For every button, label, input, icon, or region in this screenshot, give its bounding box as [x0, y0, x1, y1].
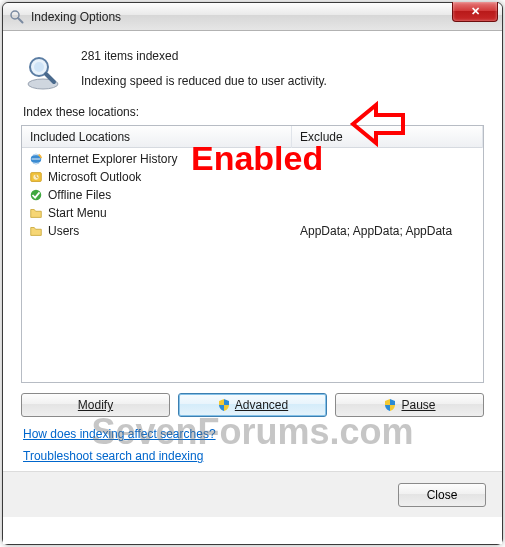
titlebar[interactable]: Indexing Options ✕: [3, 3, 502, 31]
listview-body: Internet Explorer History Microsoft Outl…: [22, 148, 483, 242]
locations-listview[interactable]: Included Locations Exclude Internet Expl…: [21, 125, 484, 383]
close-icon: ✕: [471, 5, 480, 18]
svg-line-1: [18, 18, 23, 23]
list-item[interactable]: Microsoft Outlook: [22, 168, 483, 186]
listview-header[interactable]: Included Locations Exclude: [22, 126, 483, 148]
item-name: Offline Files: [48, 188, 111, 202]
magnifier-icon: [23, 51, 63, 91]
modify-label: Modify: [78, 398, 113, 412]
column-included[interactable]: Included Locations: [22, 126, 292, 148]
help-link-searches[interactable]: How does indexing affect searches?: [23, 427, 482, 441]
advanced-label: Advanced: [235, 398, 288, 412]
modify-button[interactable]: Modify: [21, 393, 170, 417]
outlook-icon: [28, 169, 44, 185]
help-links: How does indexing affect searches? Troub…: [3, 421, 502, 471]
close-label: Close: [427, 488, 458, 502]
uac-shield-icon: [383, 398, 397, 412]
content-area: 281 items indexed Indexing speed is redu…: [3, 31, 502, 544]
indexed-count: 281 items indexed: [81, 47, 327, 66]
ie-icon: [28, 151, 44, 167]
indexing-speed-message: Indexing speed is reduced due to user ac…: [81, 72, 327, 91]
item-name: Users: [48, 224, 79, 238]
list-item[interactable]: Offline Files: [22, 186, 483, 204]
folder-icon: [28, 223, 44, 239]
app-icon: [9, 9, 25, 25]
item-exclude: AppData; AppData; AppData: [292, 224, 483, 238]
status-text: 281 items indexed Indexing speed is redu…: [81, 45, 327, 91]
svg-point-4: [34, 62, 44, 72]
pause-label: Pause: [401, 398, 435, 412]
uac-shield-icon: [217, 398, 231, 412]
folder-icon: [28, 205, 44, 221]
window-title: Indexing Options: [31, 10, 121, 24]
svg-point-9: [31, 190, 42, 201]
status-block: 281 items indexed Indexing speed is redu…: [3, 31, 502, 99]
close-button[interactable]: Close: [398, 483, 486, 507]
locations-label: Index these locations:: [3, 99, 502, 123]
list-item[interactable]: Internet Explorer History: [22, 150, 483, 168]
help-link-troubleshoot[interactable]: Troubleshoot search and indexing: [23, 449, 482, 463]
column-exclude[interactable]: Exclude: [292, 126, 483, 148]
pause-button[interactable]: Pause: [335, 393, 484, 417]
item-name: Internet Explorer History: [48, 152, 177, 166]
advanced-button[interactable]: Advanced: [178, 393, 327, 417]
footer-bar: Close: [3, 471, 502, 517]
close-window-button[interactable]: ✕: [452, 2, 498, 22]
item-name: Start Menu: [48, 206, 107, 220]
item-name: Microsoft Outlook: [48, 170, 141, 184]
offline-files-icon: [28, 187, 44, 203]
list-item[interactable]: Users AppData; AppData; AppData: [22, 222, 483, 240]
list-item[interactable]: Start Menu: [22, 204, 483, 222]
action-button-row: Modify Advanced: [3, 383, 502, 421]
indexing-options-window: Indexing Options ✕ 281 items indexed Ind…: [2, 2, 503, 545]
